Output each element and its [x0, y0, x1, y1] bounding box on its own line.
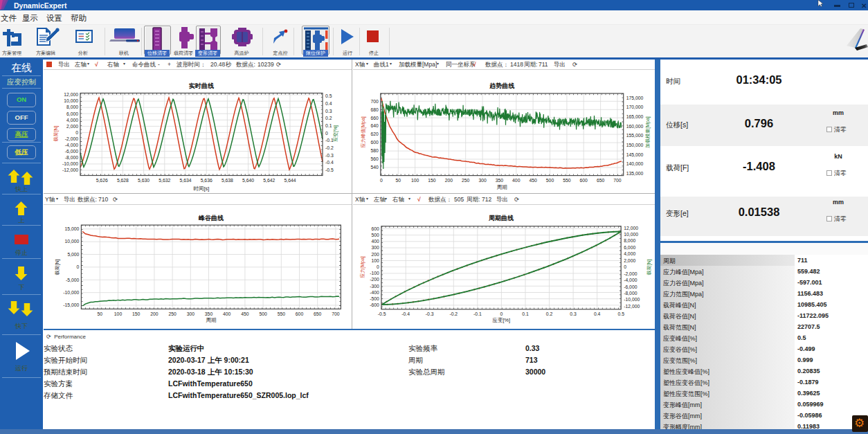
svg-text:-0.5: -0.5 — [378, 311, 386, 316]
svg-text:2,000: 2,000 — [624, 258, 635, 263]
svg-text:250: 250 — [462, 178, 470, 183]
svg-text:0.5: 0.5 — [325, 93, 332, 98]
svg-text:6,000: 6,000 — [624, 245, 635, 250]
svg-text:5,636: 5,636 — [201, 178, 213, 183]
svg-text:-200: -200 — [370, 277, 379, 282]
svg-text:550: 550 — [563, 178, 571, 183]
svg-text:5,628: 5,628 — [117, 178, 129, 183]
svg-text:0: 0 — [624, 264, 626, 269]
svg-text:周期: 周期 — [497, 184, 507, 190]
svg-text:10,000: 10,000 — [64, 98, 78, 103]
svg-text:160,000: 160,000 — [626, 124, 644, 129]
svg-text:时间[s]: 时间[s] — [194, 186, 210, 192]
svg-text:-300: -300 — [370, 284, 379, 289]
svg-text:-10,000: -10,000 — [62, 161, 78, 166]
svg-text:0: 0 — [500, 311, 503, 316]
svg-text:-0.4: -0.4 — [401, 311, 410, 316]
svg-text:0.1: 0.1 — [325, 123, 332, 128]
svg-text:-4,000: -4,000 — [624, 278, 637, 282]
svg-text:600: 600 — [372, 226, 380, 231]
svg-text:-10,000: -10,000 — [63, 290, 79, 295]
svg-text:10,000: 10,000 — [624, 232, 638, 237]
svg-text:0: 0 — [75, 130, 78, 135]
svg-text:周期: 周期 — [206, 317, 216, 323]
svg-text:-600: -600 — [370, 302, 379, 307]
svg-text:560: 560 — [370, 156, 379, 161]
svg-text:15,000: 15,000 — [65, 226, 80, 231]
svg-text:170,000: 170,000 — [626, 105, 644, 109]
svg-text:350: 350 — [496, 178, 504, 183]
svg-text:-0.4: -0.4 — [325, 160, 334, 165]
svg-text:450: 450 — [529, 178, 537, 183]
svg-text:145,000: 145,000 — [626, 152, 644, 157]
svg-text:5,634: 5,634 — [179, 178, 191, 183]
svg-text:660: 660 — [370, 116, 379, 120]
svg-text:0: 0 — [77, 264, 80, 269]
svg-text:400: 400 — [372, 239, 380, 244]
svg-text:650: 650 — [314, 311, 322, 316]
svg-text:-6,000: -6,000 — [624, 284, 637, 289]
svg-text:4,000: 4,000 — [66, 118, 78, 123]
svg-text:140,000: 140,000 — [626, 161, 644, 166]
svg-text:12,000: 12,000 — [624, 226, 638, 230]
svg-text:0.2: 0.2 — [546, 311, 553, 316]
svg-text:趋势曲线: 趋势曲线 — [489, 82, 514, 89]
svg-text:5,640: 5,640 — [242, 178, 254, 183]
svg-text:600: 600 — [580, 178, 588, 183]
svg-text:5,000: 5,000 — [67, 252, 79, 257]
svg-text:5,638: 5,638 — [221, 178, 233, 183]
svg-text:-8,000: -8,000 — [65, 155, 78, 160]
svg-text:500: 500 — [372, 233, 380, 237]
svg-text:250: 250 — [168, 311, 177, 316]
svg-text:-10,000: -10,000 — [624, 297, 640, 302]
svg-text:640: 640 — [370, 123, 379, 128]
svg-text:周期曲线: 周期曲线 — [488, 215, 514, 221]
svg-text:680: 680 — [370, 107, 379, 112]
svg-text:-0.2: -0.2 — [325, 145, 334, 150]
svg-text:-2,000: -2,000 — [65, 136, 78, 141]
svg-text:400: 400 — [223, 311, 231, 316]
svg-text:165,000: 165,000 — [626, 114, 644, 119]
svg-text:2,000: 2,000 — [66, 124, 78, 129]
svg-text:峰谷曲线: 峰谷曲线 — [199, 215, 224, 221]
svg-text:-0.2: -0.2 — [449, 311, 458, 316]
svg-text:载荷[N]: 载荷[N] — [55, 259, 60, 275]
svg-text:450: 450 — [241, 311, 249, 316]
svg-text:580: 580 — [370, 148, 379, 153]
svg-text:0.5: 0.5 — [617, 311, 624, 316]
svg-text:600: 600 — [296, 311, 304, 316]
svg-text:155,000: 155,000 — [626, 133, 644, 138]
svg-text:6,000: 6,000 — [66, 111, 78, 116]
svg-text:应变[%]: 应变[%] — [332, 125, 338, 142]
svg-text:200: 200 — [372, 252, 380, 257]
svg-text:5,644: 5,644 — [284, 178, 296, 183]
svg-text:-400: -400 — [370, 290, 379, 295]
svg-text:700: 700 — [370, 99, 379, 104]
svg-text:0.3: 0.3 — [570, 311, 577, 316]
svg-text:应力峰值[Mpa]: 应力峰值[Mpa] — [360, 116, 366, 148]
svg-text:150: 150 — [428, 178, 436, 183]
svg-text:300: 300 — [372, 245, 380, 250]
svg-text:-2,000: -2,000 — [624, 271, 637, 276]
svg-text:应变[%]: 应变[%] — [492, 317, 510, 323]
svg-text:应力[Mpa]: 应力[Mpa] — [359, 256, 365, 278]
svg-text:200: 200 — [445, 178, 453, 183]
svg-text:650: 650 — [597, 178, 605, 183]
svg-text:10,000: 10,000 — [65, 239, 80, 244]
svg-text:0: 0 — [377, 264, 379, 269]
svg-text:600: 600 — [370, 140, 379, 145]
svg-text:100: 100 — [114, 311, 123, 316]
svg-text:0.3: 0.3 — [325, 109, 332, 114]
svg-text:-15,000: -15,000 — [63, 302, 79, 307]
svg-text:0: 0 — [325, 131, 328, 136]
svg-text:5,630: 5,630 — [138, 178, 150, 183]
svg-text:5,642: 5,642 — [263, 178, 275, 183]
svg-text:350: 350 — [205, 311, 213, 316]
svg-text:载荷[N]: 载荷[N] — [53, 125, 59, 141]
svg-text:-12,000: -12,000 — [62, 168, 78, 172]
svg-text:5,632: 5,632 — [159, 178, 170, 183]
svg-text:-500: -500 — [370, 296, 379, 301]
svg-text:500: 500 — [546, 178, 554, 183]
svg-text:175,000: 175,000 — [626, 96, 644, 100]
svg-text:700: 700 — [613, 178, 622, 183]
